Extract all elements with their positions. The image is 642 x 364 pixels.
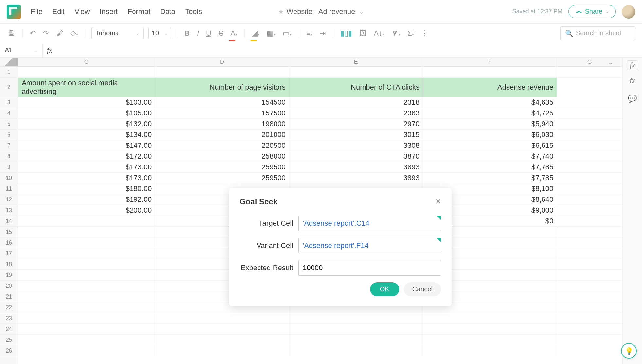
ok-button[interactable]: OK xyxy=(370,282,399,296)
target-cell-input[interactable]: 'Adsense report'.C14 xyxy=(298,216,441,231)
row-header[interactable]: 16 xyxy=(0,237,18,248)
close-icon[interactable]: ✕ xyxy=(435,198,441,206)
cell[interactable]: 259500 xyxy=(155,173,289,183)
cell[interactable]: 3015 xyxy=(289,130,423,140)
star-icon[interactable]: ★ xyxy=(278,8,284,16)
cell[interactable] xyxy=(423,345,557,356)
cell[interactable]: 3893 xyxy=(289,162,423,172)
row-header[interactable]: 17 xyxy=(0,248,18,259)
menu-insert[interactable]: Insert xyxy=(100,8,118,16)
cell[interactable] xyxy=(557,281,622,291)
cell[interactable]: $134.00 xyxy=(18,130,155,140)
cell[interactable] xyxy=(557,67,622,77)
cell[interactable]: 3893 xyxy=(289,173,423,183)
bold-icon[interactable]: B xyxy=(183,28,191,39)
row-header[interactable]: 21 xyxy=(0,291,18,302)
cell[interactable] xyxy=(557,216,622,226)
cell[interactable]: Adsense revenue xyxy=(423,78,557,97)
cell[interactable] xyxy=(557,140,622,151)
cell[interactable] xyxy=(557,270,622,280)
cell[interactable]: 154500 xyxy=(155,97,289,108)
cell[interactable] xyxy=(18,259,155,269)
paint-format-icon[interactable]: 🖌 xyxy=(55,28,64,39)
cell[interactable] xyxy=(289,345,423,356)
cell[interactable]: $180.00 xyxy=(18,183,155,194)
row-header[interactable]: 25 xyxy=(0,335,18,345)
cell[interactable]: $6,030 xyxy=(423,130,557,140)
cell[interactable] xyxy=(18,291,155,302)
cell[interactable] xyxy=(557,162,622,172)
row-header[interactable]: 15 xyxy=(0,227,18,237)
cell[interactable] xyxy=(557,130,622,140)
column-header[interactable]: C xyxy=(18,58,155,66)
menu-view[interactable]: View xyxy=(74,8,90,16)
cell[interactable]: $200.00 xyxy=(18,205,155,216)
cell[interactable] xyxy=(557,97,622,108)
cell[interactable]: $173.00 xyxy=(18,162,155,172)
row-header[interactable]: 10 xyxy=(0,173,18,183)
row-header[interactable]: 7 xyxy=(0,140,18,151)
row-header[interactable]: 19 xyxy=(0,270,18,281)
cell[interactable]: 220500 xyxy=(155,140,289,151)
column-header[interactable]: F xyxy=(423,58,557,66)
cell[interactable]: Number of CTA clicks xyxy=(289,78,423,97)
cell[interactable]: $105.00 xyxy=(18,108,155,118)
cell[interactable] xyxy=(289,324,423,334)
cell[interactable]: 2318 xyxy=(289,97,423,108)
cell[interactable] xyxy=(557,108,622,118)
cell[interactable]: $173.00 xyxy=(18,173,155,183)
fill-color-icon[interactable]: ◢▾ xyxy=(251,28,261,39)
font-color-icon[interactable]: A▾ xyxy=(229,28,239,39)
row-header[interactable]: 3 xyxy=(0,97,18,108)
row-header[interactable]: 12 xyxy=(0,194,18,205)
cell[interactable] xyxy=(18,313,155,323)
cell[interactable] xyxy=(18,248,155,259)
doc-title[interactable]: Website - Ad revenue xyxy=(287,8,355,16)
cell[interactable] xyxy=(155,335,289,345)
cell[interactable] xyxy=(289,335,423,345)
row-header[interactable]: 11 xyxy=(0,183,18,194)
cell[interactable]: Amount spent on social media advertising xyxy=(18,78,155,97)
help-icon[interactable]: 💡 xyxy=(621,343,637,359)
cell[interactable] xyxy=(557,183,622,194)
print-icon[interactable]: 🖶 xyxy=(7,28,16,39)
cell[interactable]: $172.00 xyxy=(18,151,155,162)
cell[interactable] xyxy=(557,227,622,237)
cell[interactable]: $6,615 xyxy=(423,140,557,151)
menu-edit[interactable]: Edit xyxy=(52,8,64,16)
cell[interactable] xyxy=(557,259,622,269)
app-logo-icon[interactable] xyxy=(7,5,21,19)
cell[interactable]: 2363 xyxy=(289,108,423,118)
cell[interactable] xyxy=(18,67,155,77)
variant-cell-input[interactable]: 'Adsense report'.F14 xyxy=(298,238,441,253)
borders-icon[interactable]: ▦▾ xyxy=(265,28,277,39)
sort-icon[interactable]: A↓▾ xyxy=(372,28,385,39)
side-fx-panel-icon[interactable]: fx xyxy=(626,75,639,88)
cell[interactable] xyxy=(423,324,557,334)
cell[interactable]: $4,725 xyxy=(423,108,557,118)
cell[interactable]: $4,635 xyxy=(423,97,557,108)
cell[interactable] xyxy=(557,345,622,356)
clear-format-icon[interactable]: ◇▾ xyxy=(69,28,79,39)
cell[interactable] xyxy=(155,324,289,334)
cell[interactable]: $132.00 xyxy=(18,119,155,129)
cell[interactable] xyxy=(557,302,622,313)
cell[interactable]: 258000 xyxy=(155,151,289,162)
chart-icon[interactable]: ▮▯▮ xyxy=(339,28,353,39)
strike-icon[interactable]: S xyxy=(217,28,225,39)
menu-data[interactable]: Data xyxy=(160,8,175,16)
avatar[interactable] xyxy=(622,5,635,19)
cell[interactable] xyxy=(557,324,622,334)
cell[interactable] xyxy=(18,237,155,248)
column-header[interactable]: D xyxy=(155,58,289,66)
cell[interactable]: $7,740 xyxy=(423,151,557,162)
row-header[interactable]: 1 xyxy=(0,67,18,78)
cell[interactable] xyxy=(557,194,622,205)
cell[interactable] xyxy=(18,335,155,345)
cell[interactable]: $5,940 xyxy=(423,119,557,129)
row-header[interactable]: 8 xyxy=(0,151,18,162)
cell[interactable] xyxy=(423,335,557,345)
cell[interactable] xyxy=(18,270,155,280)
cell[interactable] xyxy=(557,291,622,302)
cell[interactable]: $147.00 xyxy=(18,140,155,151)
